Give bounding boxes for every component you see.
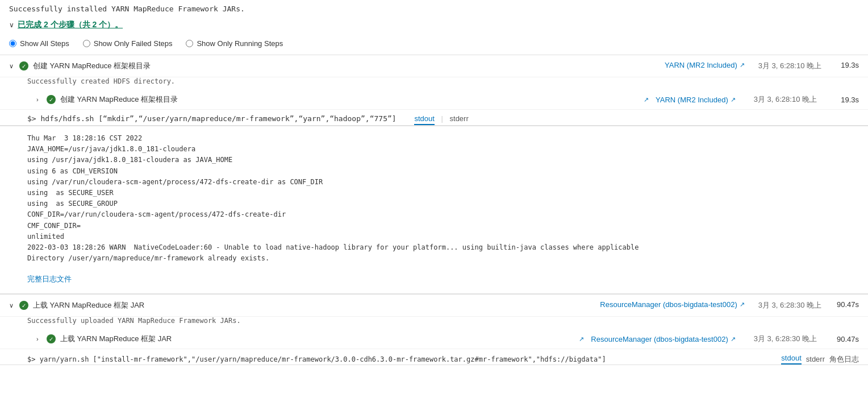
step-1-timestamp: 3月 3, 6:28:10 晚上 — [758, 61, 821, 71]
step-1-duration: 19.3s — [831, 61, 859, 69]
step-1-sub-message: Successfully created HDFS directory. — [0, 77, 868, 90]
step-1-name: 创建 YARN MapReduce 框架根目录 — [33, 61, 665, 71]
step-1-external-icon: ↗ — [740, 61, 745, 69]
step-2-icon: ✓ — [19, 301, 28, 310]
sub-step-1-link[interactable]: YARN (MR2 Included) ↗ — [656, 96, 736, 104]
sub-step-1-icon: ✓ — [47, 95, 56, 104]
sub-step-2-icon: ✓ — [47, 334, 56, 343]
sub-step-1-row: › ✓ 创建 YARN MapReduce 框架根目录 ↗ YARN (MR2 … — [0, 90, 868, 110]
step-2-command-bar: $> yarn/yarn.sh ["install-mr-framework",… — [0, 349, 868, 364]
completed-chevron[interactable]: ∨ — [9, 21, 14, 29]
step-1-chevron[interactable]: ∨ — [9, 63, 15, 70]
completed-text: 已完成 2 个步骤（共 2 个）。 — [18, 20, 123, 30]
sub-step-1-duration: 19.3s — [831, 96, 859, 104]
sub-step-1-name: 创建 YARN MapReduce 框架根目录 — [60, 94, 639, 105]
step-2-section: ∨ ✓ 上载 YARN MapReduce 框架 JAR ResourceMan… — [0, 294, 868, 365]
step-1-icon: ✓ — [19, 61, 28, 71]
sub-step-2-timestamp: 3月 3, 6:28:30 晚上 — [754, 334, 817, 344]
sub-step-1-link-icon: ↗ — [731, 96, 736, 103]
sub-step-1-timestamp: 3月 3, 6:28:10 晚上 — [754, 94, 817, 105]
step-2-tab-role-log[interactable]: 角色日志 — [829, 354, 859, 364]
sub-step-1-ext-icon: ↗ — [644, 96, 649, 103]
step-2-external-icon: ↗ — [740, 301, 745, 308]
completed-header: ∨ 已完成 2 个步骤（共 2 个）。 — [0, 18, 868, 35]
step-2-link[interactable]: ResourceManager (dbos-bigdata-test002) ↗ — [600, 300, 744, 309]
top-message: Successfully installed YARN MapReduce Fr… — [0, 0, 868, 18]
step-1-command: $> hdfs/hdfs.sh [“mkdir”,“/user/yarn/map… — [0, 110, 868, 125]
step-2-sub-message: Successfully uploaded YARN MapReduce Fra… — [0, 317, 868, 329]
sub-step-2-link[interactable]: ResourceManager (dbos-bigdata-test002) ↗ — [591, 335, 735, 343]
sub-step-1-chevron[interactable]: › — [36, 96, 42, 103]
filter-bar: Show All Steps Show Only Failed Steps Sh… — [0, 35, 868, 55]
step-1-row: ∨ ✓ 创建 YARN MapReduce 框架根目录 YARN (MR2 In… — [0, 55, 868, 77]
step-1-log-link[interactable]: 完整日志文件 — [27, 272, 81, 289]
step-2-timestamp: 3月 3, 6:28:30 晚上 — [758, 300, 821, 310]
step-1-log: Thu Mar 3 18:28:16 CST 2022 JAVA_HOME=/u… — [0, 126, 868, 268]
sub-step-2-name: 上载 YARN MapReduce 框架 JAR — [60, 334, 574, 344]
step-2-chevron[interactable]: ∨ — [9, 302, 15, 309]
step-1-link[interactable]: YARN (MR2 Included) ↗ — [665, 61, 745, 69]
sub-step-2-link-icon: ↗ — [731, 335, 736, 343]
sub-step-2-duration: 90.47s — [831, 335, 859, 343]
step-2-duration: 90.47s — [831, 300, 859, 309]
step-1-tab-stderr[interactable]: stderr — [450, 114, 469, 123]
step-2-tab-stderr[interactable]: stderr — [806, 355, 825, 363]
sub-step-2-ext-icon: ↗ — [579, 335, 584, 343]
filter-all[interactable]: Show All Steps — [9, 39, 69, 48]
step-2-row: ∨ ✓ 上载 YARN MapReduce 框架 JAR ResourceMan… — [0, 295, 868, 317]
step-2-name: 上载 YARN MapReduce 框架 JAR — [33, 300, 600, 310]
step-2-tab-stdout[interactable]: stdout — [781, 354, 801, 364]
filter-running[interactable]: Show Only Running Steps — [186, 39, 283, 48]
sub-step-2-row: › ✓ 上载 YARN MapReduce 框架 JAR ↗ ResourceM… — [0, 329, 868, 349]
step-1-tab-stdout[interactable]: stdout — [414, 114, 434, 125]
step-1-section: ∨ ✓ 创建 YARN MapReduce 框架根目录 YARN (MR2 In… — [0, 55, 868, 294]
filter-failed[interactable]: Show Only Failed Steps — [83, 39, 173, 48]
sub-step-2-chevron[interactable]: › — [36, 335, 42, 342]
